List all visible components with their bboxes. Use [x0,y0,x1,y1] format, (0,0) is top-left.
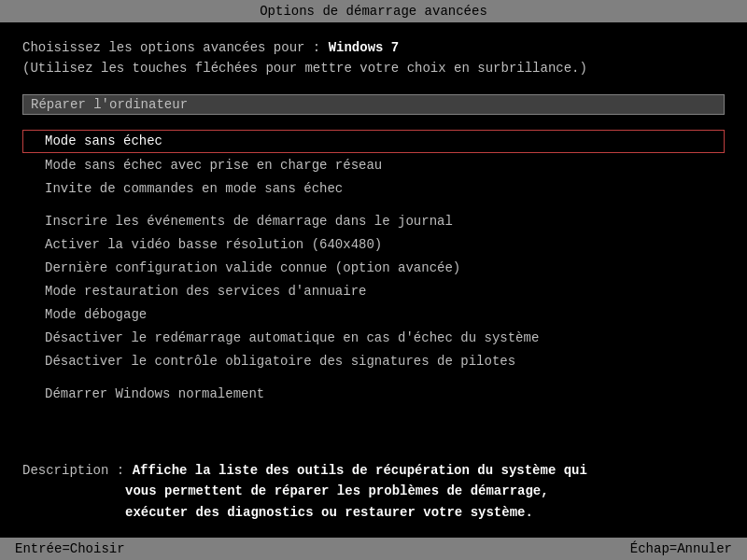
menu-list: Mode sans échec Mode sans échec avec pri… [22,130,725,445]
menu-item-log-events[interactable]: Inscrire les événements de démarrage dan… [22,211,725,232]
menu-item-last-good[interactable]: Dernière configuration valide connue (op… [22,258,725,279]
description-text-line3: exécuter des diagnostics ou restaurer vo… [125,505,533,520]
menu-item-debug-mode[interactable]: Mode débogage [22,304,725,326]
description-text-line2: vous permettent de réparer les problèmes… [125,483,549,498]
description-text-line1: Affiche la liste des outils de récupérat… [133,463,587,478]
menu-item-directory-restore[interactable]: Mode restauration des services d'annuair… [22,281,725,302]
description-line1: Description : Affiche la liste des outil… [22,460,725,481]
windows-version: Windows 7 [329,40,400,55]
intro-line1: Choisissez les options avancées pour : W… [22,37,725,58]
bottom-right-label: Échap=Annuler [630,541,732,556]
title-bar: Options de démarrage avancées [0,0,747,22]
intro-text: Choisissez les options avancées pour : W… [22,37,725,79]
menu-item-disable-signatures[interactable]: Désactiver le contrôle obligatoire des s… [22,351,725,372]
intro-line2: (Utilisez les touches fléchées pour mett… [22,58,725,78]
title-text: Options de démarrage avancées [260,4,487,19]
main-content: Choisissez les options avancées pour : W… [0,22,747,538]
description-line2: vous permettent de réparer les problèmes… [22,481,725,501]
repair-option-label: Réparer l'ordinateur [31,97,188,112]
menu-item-low-res[interactable]: Activer la vidéo basse résolution (640x4… [22,234,725,256]
menu-item-disable-restart[interactable]: Désactiver le redémarrage automatique en… [22,328,725,349]
description-area: Description : Affiche la liste des outil… [22,453,725,523]
menu-item-start-normal[interactable]: Démarrer Windows normalement [22,384,725,405]
menu-item-safe-mode[interactable]: Mode sans échec [22,130,725,153]
repair-option-item[interactable]: Réparer l'ordinateur [22,94,725,115]
menu-item-safe-mode-network[interactable]: Mode sans échec avec prise en charge rés… [22,155,725,176]
bottom-bar: Entrée=Choisir Échap=Annuler [0,538,747,560]
menu-item-safe-mode-cmd[interactable]: Invite de commandes en mode sans échec [22,178,725,200]
menu-spacer-2 [22,374,725,382]
menu-spacer-1 [22,202,725,209]
bottom-left-label: Entrée=Choisir [15,541,125,556]
intro-prefix: Choisissez les options avancées pour : [22,40,329,55]
description-label: Description : [22,463,133,478]
description-line3: exécuter des diagnostics ou restaurer vo… [22,502,725,523]
